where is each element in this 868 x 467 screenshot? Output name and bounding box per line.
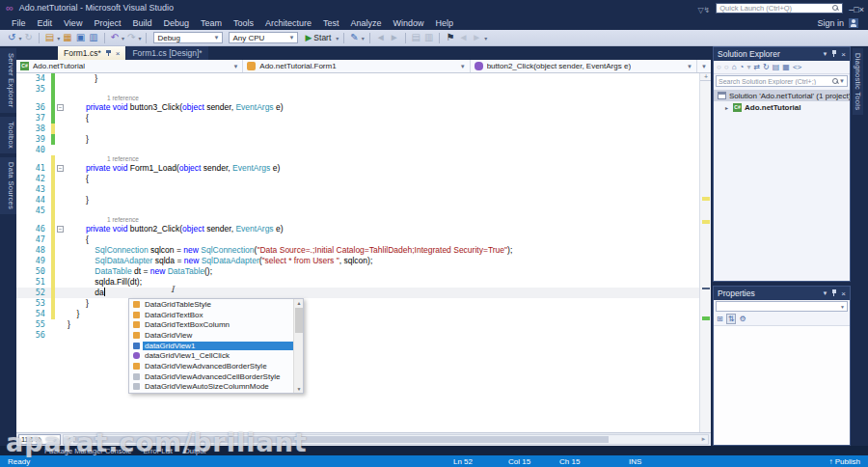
- chevron-down-icon[interactable]: ▾: [57, 35, 60, 41]
- menu-build[interactable]: Build: [126, 18, 157, 28]
- completion-item-DataGridViewAdvancedCellBorderStyle[interactable]: DataGridViewAdvancedCellBorderStyle: [129, 371, 293, 382]
- menu-architecture[interactable]: Architecture: [259, 18, 317, 28]
- codelens-references[interactable]: 1 reference: [68, 95, 139, 102]
- code-line-39[interactable]: 39 }: [16, 134, 711, 145]
- alphabetical-icon[interactable]: ⇅: [726, 314, 737, 324]
- outlining-margin[interactable]: [55, 266, 68, 277]
- side-tab-server-explorer[interactable]: Server Explorer: [0, 48, 16, 113]
- code-line-37[interactable]: 37 {: [16, 113, 711, 124]
- code-line-41[interactable]: 41− private void Form1_Load(object sende…: [16, 163, 711, 174]
- new-file-icon[interactable]: ▤: [45, 33, 54, 42]
- code-line-47[interactable]: 47 {: [16, 234, 711, 245]
- outlining-margin[interactable]: [55, 84, 68, 95]
- codelens-references[interactable]: 1 reference: [68, 216, 139, 224]
- menu-window[interactable]: Window: [388, 18, 430, 28]
- code-line-44[interactable]: 44 }: [16, 195, 711, 206]
- completion-item-dataGridView1[interactable]: dataGridView1: [129, 341, 293, 351]
- home-icon[interactable]: ⌂: [732, 63, 737, 71]
- completion-item-DataGridViewAdvancedBorderStyle[interactable]: DataGridViewAdvancedBorderStyle: [129, 361, 293, 371]
- outlining-margin[interactable]: [55, 124, 68, 134]
- view-code-icon[interactable]: <>: [793, 63, 801, 71]
- popup-scrollbar[interactable]: ▲ ▼: [293, 299, 303, 393]
- comment-icon[interactable]: ▤: [412, 33, 420, 42]
- outlining-margin[interactable]: −: [55, 102, 68, 113]
- menu-file[interactable]: File: [6, 18, 32, 28]
- code-line-42[interactable]: 42 {: [16, 174, 711, 184]
- outlining-margin[interactable]: [55, 145, 68, 155]
- collapse-region-icon[interactable]: −: [57, 226, 64, 233]
- code-line-54[interactable]: 54 }: [16, 309, 711, 319]
- undo-icon[interactable]: ↶: [111, 33, 119, 42]
- solution-configuration-select[interactable]: Debug▼: [153, 32, 223, 43]
- chevron-down-icon[interactable]: ▼: [697, 64, 711, 69]
- shift-line-right-icon[interactable]: ►: [390, 33, 399, 42]
- filter-caret-icon[interactable]: ▾: [746, 63, 750, 71]
- navigate-backward-icon[interactable]: ↺: [8, 33, 15, 42]
- code-line-34[interactable]: 34 }: [16, 73, 711, 84]
- code-line-49[interactable]: 49 SqlDataAdapter sqlda = new SqlDataAda…: [16, 256, 711, 266]
- properties-header[interactable]: Properties ▼ ×: [714, 287, 850, 300]
- outlining-margin[interactable]: [55, 330, 68, 341]
- outlining-margin[interactable]: [55, 319, 68, 330]
- code-line-50[interactable]: 50 DataTable dt = new DataTable();: [16, 266, 711, 277]
- save-icon[interactable]: ▣: [76, 33, 85, 42]
- menu-test[interactable]: Test: [317, 18, 345, 28]
- navigate-forward-icon[interactable]: ↻: [24, 33, 32, 42]
- refresh-icon[interactable]: ↻: [763, 63, 770, 71]
- window-position-icon[interactable]: ▼: [822, 290, 827, 296]
- outlining-margin[interactable]: [55, 277, 68, 288]
- navigation-bar-section-1[interactable]: Ado.netTutorial.Form1▼: [243, 60, 470, 72]
- solution-explorer-search[interactable]: Search Solution Explorer (Ctrl+;) ▼: [714, 74, 850, 88]
- window-position-icon[interactable]: ▼: [822, 51, 827, 57]
- outlining-margin[interactable]: [55, 288, 68, 298]
- close-icon[interactable]: ×: [841, 289, 846, 298]
- completion-item-dataGridView1_CellClick[interactable]: dataGridView1_CellClick: [129, 350, 293, 361]
- solution-explorer-header[interactable]: Solution Explorer ▼ ×: [714, 47, 850, 61]
- outlining-margin[interactable]: [55, 73, 68, 84]
- shift-line-left-icon[interactable]: ◄: [376, 33, 386, 42]
- chevron-down-icon[interactable]: ▾: [362, 35, 365, 41]
- code-line-53[interactable]: 53 }: [16, 298, 711, 309]
- code-line-46[interactable]: 46− private void button2_Click(object se…: [16, 224, 711, 234]
- navigation-bar-section-2[interactable]: button2_Click(object sender, EventArgs e…: [471, 60, 697, 72]
- codelens-references[interactable]: 1 reference: [68, 155, 139, 163]
- chevron-down-icon[interactable]: ▾: [336, 35, 339, 41]
- code-line-51[interactable]: 51 sqlda.Fill(dt);: [16, 277, 711, 288]
- code-line-35[interactable]: 35: [16, 84, 711, 95]
- publish-button[interactable]: ↑ Publish: [829, 457, 860, 466]
- completion-item-DataGridTextBoxColumn[interactable]: DataGridTextBoxColumn: [129, 319, 293, 330]
- completion-item-DataGridTextBox[interactable]: DataGridTextBox: [129, 310, 293, 320]
- scroll-up-icon[interactable]: ▲: [294, 300, 304, 306]
- code-line-56[interactable]: 56: [16, 330, 711, 341]
- side-tab-data-sources[interactable]: Data Sources: [0, 157, 16, 214]
- menu-analyze[interactable]: Analyze: [345, 18, 388, 28]
- code-line-45[interactable]: 45: [16, 206, 711, 216]
- pin-icon[interactable]: [831, 50, 837, 58]
- tree-item-ado-nettutorial[interactable]: ▸C#Ado.netTutorial: [714, 101, 850, 113]
- tree-item-solution-ado-nettutorial-1-project-[interactable]: Solution 'Ado.netTutorial' (1 project): [714, 90, 850, 101]
- sign-in-link[interactable]: Sign in: [817, 18, 844, 28]
- collapse-region-icon[interactable]: −: [57, 104, 64, 111]
- menu-team[interactable]: Team: [195, 18, 228, 28]
- open-file-icon[interactable]: ▦: [63, 33, 71, 42]
- outlining-margin[interactable]: −: [55, 163, 68, 174]
- outlining-margin[interactable]: [55, 113, 68, 124]
- completion-item-DataGridViewAutoSizeColumnMode[interactable]: DataGridViewAutoSizeColumnMode: [129, 382, 293, 393]
- pending-changes-filter-icon[interactable]: ◔: [740, 63, 745, 71]
- solution-platform-select[interactable]: Any CPU▼: [229, 32, 298, 43]
- code-line-40[interactable]: 40: [16, 145, 711, 155]
- chevron-down-icon[interactable]: ▾: [122, 35, 124, 41]
- outlining-margin[interactable]: [55, 195, 68, 206]
- outlining-margin[interactable]: [55, 234, 68, 245]
- properties-object-select[interactable]: ▼: [714, 300, 850, 313]
- outlining-margin[interactable]: [55, 298, 68, 309]
- sync-with-active-document-icon[interactable]: ⇄: [753, 63, 760, 71]
- outlining-margin[interactable]: [55, 309, 68, 319]
- menu-tools[interactable]: Tools: [228, 18, 259, 28]
- code-line-48[interactable]: 48 SqlConnection sqlcon = new SqlConnect…: [16, 245, 711, 256]
- document-tab-form1-cs-design-[interactable]: Form1.cs [Design]*: [126, 46, 207, 60]
- outlining-margin[interactable]: −: [55, 224, 68, 234]
- user-avatar-icon[interactable]: [849, 18, 858, 28]
- close-button[interactable]: ×: [859, 5, 864, 14]
- uncomment-icon[interactable]: ▥: [424, 33, 433, 42]
